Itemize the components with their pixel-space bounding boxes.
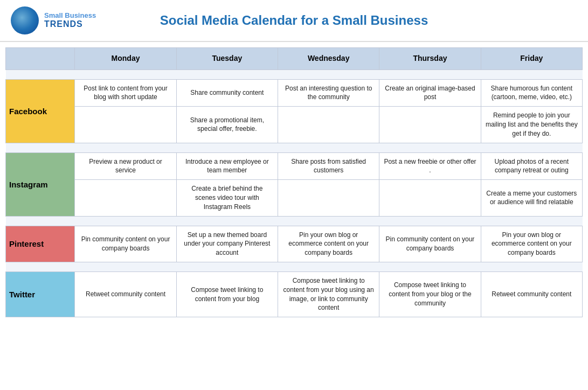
instagram-label: Instagram xyxy=(6,152,75,216)
instagram-thu-1: Post a new freebie or other offer . xyxy=(379,152,481,180)
twitter-row-1: Twitter Retweet community content Compos… xyxy=(6,271,583,317)
facebook-mon-1: Post link to content from your blog with… xyxy=(75,79,176,107)
pinterest-label: Pinterest xyxy=(6,226,75,262)
page-header: Small Business TRENDS Social Media Calen… xyxy=(0,0,588,42)
facebook-thu-2 xyxy=(379,107,481,143)
header-monday: Monday xyxy=(75,48,176,70)
spacer-4 xyxy=(6,262,583,271)
instagram-row-1: Instagram Preview a new product or servi… xyxy=(6,152,583,180)
header-label xyxy=(6,48,75,70)
instagram-row-2: Create a brief behind the scenes video t… xyxy=(6,180,583,216)
twitter-mon-1: Retweet community content xyxy=(75,271,176,317)
facebook-mon-2 xyxy=(75,107,176,143)
spacer-3 xyxy=(6,216,583,226)
header-friday: Friday xyxy=(481,48,582,70)
header-thursday: Thursday xyxy=(379,48,481,70)
instagram-tue-2: Create a brief behind the scenes video t… xyxy=(176,180,278,216)
twitter-thu-1: Compose tweet linking to content from yo… xyxy=(379,271,481,317)
instagram-fri-1: Upload photos of a recent company retrea… xyxy=(481,152,582,180)
header-row: Monday Tuesday Wednesday Thursday Friday xyxy=(6,48,583,70)
logo-container: Small Business TRENDS xyxy=(11,6,119,34)
facebook-fri-1: Share humorous fun content (cartoon, mem… xyxy=(481,79,582,107)
facebook-thu-1: Create an original image-based post xyxy=(379,79,481,107)
facebook-row-1: Facebook Post link to content from your … xyxy=(6,79,583,107)
logo-small: Small Business xyxy=(44,12,96,19)
facebook-tue-2: Share a promotional item, special offer,… xyxy=(176,107,278,143)
spacer-1 xyxy=(6,69,583,79)
spacer-2 xyxy=(6,143,583,152)
page-title: Social Media Calendar for a Small Busine… xyxy=(119,13,469,28)
facebook-wed-1: Post an interesting question to the comm… xyxy=(278,79,379,107)
pinterest-tue-1: Set up a new themed board under your com… xyxy=(176,226,278,262)
facebook-tue-1: Share community content xyxy=(176,79,278,107)
pinterest-row-1: Pinterest Pin community content on your … xyxy=(6,226,583,262)
twitter-wed-1: Compose tweet linking to content from yo… xyxy=(278,271,379,317)
instagram-tue-1: Introduce a new employee or team member xyxy=(176,152,278,180)
instagram-wed-1: Share posts from satisfied customers xyxy=(278,152,379,180)
twitter-label: Twitter xyxy=(6,271,75,317)
facebook-fri-2: Remind people to join your mailing list … xyxy=(481,107,582,143)
logo-trends: TRENDS xyxy=(44,19,96,29)
facebook-wed-2 xyxy=(278,107,379,143)
instagram-mon-2 xyxy=(75,180,176,216)
calendar-wrapper: Monday Tuesday Wednesday Thursday Friday… xyxy=(0,42,588,323)
instagram-thu-2 xyxy=(379,180,481,216)
header-wednesday: Wednesday xyxy=(278,48,379,70)
twitter-tue-1: Compose tweet linking to content from yo… xyxy=(176,271,278,317)
instagram-mon-1: Preview a new product or service xyxy=(75,152,176,180)
logo-text: Small Business TRENDS xyxy=(44,12,96,29)
header-tuesday: Tuesday xyxy=(176,48,278,70)
pinterest-mon-1: Pin community content on your company bo… xyxy=(75,226,176,262)
pinterest-wed-1: Pin your own blog or ecommerce content o… xyxy=(278,226,379,262)
facebook-row-2: Share a promotional item, special offer,… xyxy=(6,107,583,143)
instagram-wed-2 xyxy=(278,180,379,216)
instagram-fri-2: Create a meme your customers or audience… xyxy=(481,180,582,216)
calendar-table: Monday Tuesday Wednesday Thursday Friday… xyxy=(5,47,583,317)
logo-icon xyxy=(11,6,39,34)
twitter-fri-1: Retweet community content xyxy=(481,271,582,317)
pinterest-fri-1: Pin your own blog or ecommerce content o… xyxy=(481,226,582,262)
facebook-label: Facebook xyxy=(6,79,75,143)
pinterest-thu-1: Pin community content on your company bo… xyxy=(379,226,481,262)
